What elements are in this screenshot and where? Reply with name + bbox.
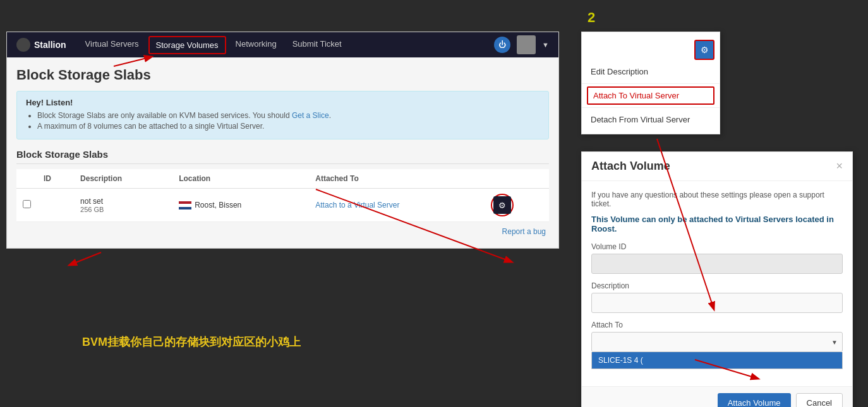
- nav-networking[interactable]: Networking: [229, 36, 283, 54]
- attach-to-virtual-server-link[interactable]: Attach to a Virtual Server: [315, 201, 399, 209]
- volume-id-label: Volume ID: [591, 242, 843, 251]
- col-checkbox: [16, 169, 37, 189]
- get-slice-link[interactable]: Get a Slice: [292, 111, 329, 120]
- navbar: Stallion Virtual Servers Storage Volumes…: [7, 32, 558, 57]
- row-desc-name: not set: [80, 197, 166, 206]
- main-content: Block Storage Slabs Hey! Listen! Block S…: [7, 57, 558, 248]
- table-section-title: Block Storage Slabs: [16, 149, 549, 164]
- dropdown-gear-row: ⚙: [582, 37, 720, 62]
- row-checkbox-cell: [16, 189, 37, 222]
- cancel-button[interactable]: Cancel: [796, 393, 843, 407]
- svg-line-2: [69, 252, 101, 265]
- modal-close-button[interactable]: ×: [836, 160, 843, 173]
- brand-name: Stallion: [34, 40, 66, 50]
- dropdown-gear-button[interactable]: ⚙: [694, 40, 714, 60]
- col-action: [485, 169, 549, 189]
- location-text: Roost, Bissen: [195, 201, 241, 209]
- flag-cell: Roost, Bissen: [179, 201, 303, 209]
- modal-header: Attach Volume ×: [582, 152, 852, 181]
- row-location: Roost, Bissen: [172, 189, 309, 222]
- row-description: not set 256 GB: [74, 189, 172, 222]
- col-id: ID: [37, 169, 74, 189]
- table-row: not set 256 GB Roost, Bissen Attach to a…: [16, 189, 549, 222]
- panel3-attach-volume-modal: Attach Volume × If you have any question…: [581, 151, 853, 407]
- notice-title: Hey! Listen!: [26, 98, 539, 107]
- attach-to-group: Attach To ▼ SLICE-1S 4 (: [591, 321, 843, 369]
- nav-links: Virtual Servers Storage Volumes Networki…: [79, 36, 482, 54]
- nav-storage-volumes[interactable]: Storage Volumes: [148, 36, 226, 54]
- description-input[interactable]: [591, 293, 843, 313]
- description-label: Description: [591, 281, 843, 290]
- storage-table: ID Description Location Attached To not …: [16, 169, 549, 222]
- modal-body: If you have any questions about these se…: [582, 181, 852, 386]
- modal-footer: Attach Volume Cancel: [582, 386, 852, 407]
- row-id: [37, 189, 74, 222]
- netherlands-flag-icon: [179, 201, 191, 209]
- modal-title: Attach Volume: [591, 160, 670, 173]
- gear-button[interactable]: ⚙: [493, 196, 511, 214]
- volume-id-group: Volume ID: [591, 242, 843, 274]
- report-bug-link[interactable]: Report a bug: [16, 222, 549, 239]
- notice-item-2: A maximum of 8 volumes can be attached t…: [37, 122, 539, 131]
- attach-to-label: Attach To: [591, 321, 843, 329]
- user-avatar: [517, 35, 536, 54]
- power-button[interactable]: ⏻: [494, 37, 510, 53]
- dropdown-option-slice[interactable]: SLICE-1S 4 (: [592, 352, 842, 369]
- modal-location-text: This Volume can only be attached to Virt…: [591, 215, 843, 233]
- row-desc-size: 256 GB: [80, 206, 166, 213]
- row-checkbox[interactable]: [23, 200, 31, 208]
- brand-icon: [16, 38, 30, 52]
- chinese-explanation-text: BVM挂载你自己的存储块到对应区的小鸡上: [82, 334, 301, 350]
- dropdown-edit-description[interactable]: Edit Description: [582, 62, 720, 81]
- dropdown-arrow-icon: ▼: [542, 41, 549, 49]
- attach-to-select-wrapper: ▼: [591, 332, 843, 352]
- dropdown-divider-1: [582, 83, 720, 84]
- dropdown-detach-virtual-server[interactable]: Detach From Virtual Server: [582, 110, 720, 129]
- notice-item-1: Block Storage Slabs are only available o…: [37, 111, 539, 120]
- row-attached-to: Attach to a Virtual Server: [309, 189, 485, 222]
- description-group: Description: [591, 281, 843, 313]
- notice-box: Hey! Listen! Block Storage Slabs are onl…: [16, 91, 549, 139]
- panel1-main-ui: Stallion Virtual Servers Storage Volumes…: [6, 32, 559, 249]
- volume-id-input[interactable]: [591, 254, 843, 274]
- col-description: Description: [74, 169, 172, 189]
- attach-to-select[interactable]: [591, 332, 843, 352]
- nav-virtual-servers[interactable]: Virtual Servers: [79, 36, 145, 54]
- gear-circle-highlight: ⚙: [491, 194, 514, 216]
- panel2-dropdown: ⚙ Edit Description Attach To Virtual Ser…: [581, 32, 720, 134]
- dropdown-attach-virtual-server[interactable]: Attach To Virtual Server: [587, 86, 714, 105]
- attach-volume-button[interactable]: Attach Volume: [718, 393, 791, 407]
- col-attached-to: Attached To: [309, 169, 485, 189]
- navbar-right: ⏻ ▼: [494, 35, 549, 54]
- page-title: Block Storage Slabs: [16, 67, 549, 83]
- dropdown-divider-2: [582, 107, 720, 108]
- modal-support-text: If you have any questions about these se…: [591, 191, 843, 208]
- col-location: Location: [172, 169, 309, 189]
- nav-submit-ticket[interactable]: Submit Ticket: [286, 36, 348, 54]
- row-gear-cell: ⚙: [485, 189, 549, 222]
- brand: Stallion: [16, 38, 66, 52]
- dropdown-options: SLICE-1S 4 (: [591, 352, 843, 369]
- step2-label: 2: [588, 9, 595, 26]
- notice-list: Block Storage Slabs are only available o…: [26, 111, 539, 131]
